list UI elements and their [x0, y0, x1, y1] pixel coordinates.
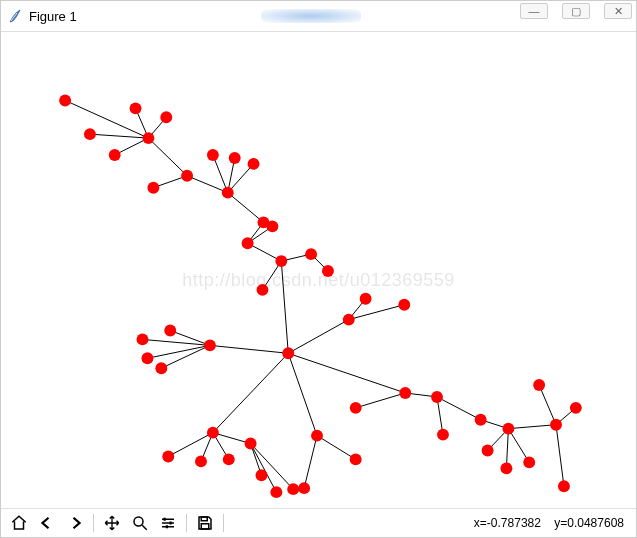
- graph-edge: [304, 436, 317, 489]
- navigation-toolbar: x=-0.787382 y=0.0487608: [1, 508, 636, 537]
- graph-node: [141, 352, 153, 364]
- sliders-icon: [159, 514, 177, 532]
- home-button[interactable]: [5, 510, 33, 536]
- graph-edge: [90, 134, 149, 138]
- graph-node: [160, 111, 172, 123]
- graph-node: [181, 170, 193, 182]
- graph-edge: [508, 425, 556, 429]
- x-label: x=: [474, 516, 487, 530]
- graph-node: [109, 149, 121, 161]
- graph-node: [130, 102, 142, 114]
- graph-node: [229, 152, 241, 164]
- graph-node: [207, 427, 219, 439]
- network-graph: [1, 32, 636, 508]
- graph-node: [398, 299, 410, 311]
- graph-node: [298, 482, 310, 494]
- graph-edge: [539, 385, 556, 425]
- svg-point-0: [134, 517, 143, 526]
- graph-node: [360, 293, 372, 305]
- x-value: -0.787382: [487, 516, 541, 530]
- graph-node: [164, 325, 176, 337]
- graph-node: [257, 284, 269, 296]
- graph-node: [256, 469, 268, 481]
- graph-node: [482, 445, 494, 457]
- graph-edge: [251, 444, 277, 493]
- graph-node: [350, 402, 362, 414]
- graph-node: [305, 248, 317, 260]
- artifact-smear: [261, 9, 361, 23]
- titlebar: Figure 1 — ▢ ✕: [1, 1, 636, 32]
- maximize-button[interactable]: ▢: [562, 3, 590, 19]
- graph-edge: [288, 353, 317, 435]
- toolbar-separator: [186, 514, 187, 532]
- graph-node: [59, 94, 71, 106]
- graph-node: [270, 486, 282, 498]
- graph-node: [248, 158, 260, 170]
- graph-node: [437, 429, 449, 441]
- graph-node: [207, 149, 219, 161]
- graph-node: [533, 379, 545, 391]
- graph-node: [147, 182, 159, 194]
- graph-node: [84, 128, 96, 140]
- graph-node: [322, 265, 334, 277]
- graph-node: [162, 450, 174, 462]
- zoom-button[interactable]: [126, 510, 154, 536]
- graph-node: [570, 402, 582, 414]
- zoom-icon: [131, 514, 149, 532]
- graph-node: [242, 237, 254, 249]
- window-title: Figure 1: [29, 9, 77, 24]
- graph-node: [223, 453, 235, 465]
- graph-edge: [281, 261, 288, 353]
- graph-node: [550, 419, 562, 431]
- graph-edge: [317, 436, 356, 460]
- graph-node: [245, 438, 257, 450]
- pan-icon: [103, 514, 121, 532]
- graph-node: [204, 339, 216, 351]
- graph-node: [558, 480, 570, 492]
- y-label: y=: [554, 516, 567, 530]
- graph-edge: [288, 320, 348, 354]
- back-arrow-icon: [38, 514, 56, 532]
- minimize-button[interactable]: —: [520, 3, 548, 19]
- graph-edge: [228, 193, 264, 223]
- svg-rect-3: [166, 525, 168, 528]
- graph-edge: [251, 444, 294, 490]
- toolbar-separator: [93, 514, 94, 532]
- graph-edge: [147, 345, 209, 358]
- svg-rect-1: [164, 518, 166, 521]
- graph-edge: [506, 429, 508, 469]
- graph-edge: [148, 138, 187, 176]
- graph-node: [142, 132, 154, 144]
- graph-node: [475, 414, 487, 426]
- graph-node: [222, 187, 234, 199]
- forward-arrow-icon: [66, 514, 84, 532]
- graph-node: [350, 453, 362, 465]
- graph-edge: [161, 345, 210, 368]
- save-button[interactable]: [191, 510, 219, 536]
- graph-edge: [213, 353, 288, 432]
- graph-edge: [356, 393, 406, 408]
- window-controls: — ▢ ✕: [520, 3, 632, 19]
- graph-node: [502, 423, 514, 435]
- forward-button[interactable]: [61, 510, 89, 536]
- graph-node: [399, 387, 411, 399]
- graph-node: [137, 333, 149, 345]
- close-button[interactable]: ✕: [604, 3, 632, 19]
- svg-rect-2: [170, 522, 172, 525]
- graph-node: [287, 483, 299, 495]
- svg-rect-5: [201, 524, 209, 529]
- back-button[interactable]: [33, 510, 61, 536]
- plot-canvas[interactable]: http://blog.csdn.net/u012369559: [1, 32, 636, 508]
- graph-edge: [556, 425, 564, 486]
- graph-node: [431, 391, 443, 403]
- pan-button[interactable]: [98, 510, 126, 536]
- graph-edge: [142, 339, 209, 345]
- home-icon: [10, 514, 28, 532]
- graph-node: [311, 430, 323, 442]
- graph-edge: [168, 433, 213, 457]
- subplots-button[interactable]: [154, 510, 182, 536]
- graph-edge: [288, 353, 405, 393]
- graph-edge: [210, 345, 288, 353]
- graph-edge: [349, 305, 405, 320]
- graph-node: [155, 362, 167, 374]
